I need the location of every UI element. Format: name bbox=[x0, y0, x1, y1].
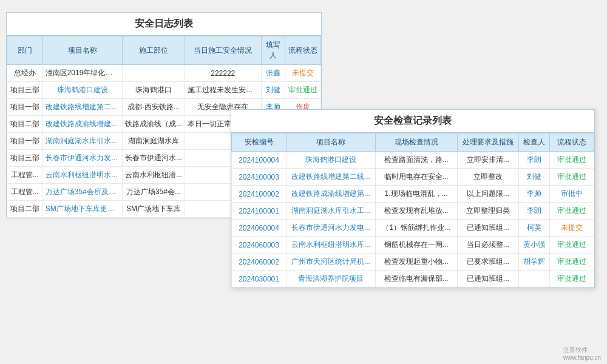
right-cell-check: （1）钢筋绑扎作业... bbox=[375, 220, 457, 237]
right-table-row: 2024100004珠海鹤港口建设检查路面清洗，路...立即安排清...李朗审批… bbox=[232, 152, 594, 169]
left-cell-dept: 项目二部 bbox=[7, 201, 43, 218]
right-cell-handle: 已要求班组... bbox=[457, 254, 518, 271]
right-cell-status: 审批通过 bbox=[549, 237, 594, 254]
right-cell-handle: 立即整理归类 bbox=[457, 203, 518, 220]
right-cell-check: 1.现场临电混乱，... bbox=[375, 186, 457, 203]
left-cell-dept: 项目一部 bbox=[7, 99, 43, 116]
left-cell-status: 审批通过 bbox=[285, 82, 321, 99]
left-cell-project[interactable]: SM广场地下车库更换摄... bbox=[42, 201, 122, 218]
left-cell-project: 潼南区2019年绿化补贴项... bbox=[42, 65, 122, 82]
right-table-row: 2024060004长春市伊通河水力发电...（1）钢筋绑扎作业...已通知班组… bbox=[232, 220, 594, 237]
right-cell-project[interactable]: 改建铁路线增建第二线... bbox=[287, 169, 375, 186]
left-cell-project[interactable]: 改建铁路成渝线增建第二... bbox=[42, 116, 122, 133]
right-cell-id[interactable]: 2024100004 bbox=[232, 152, 287, 169]
right-table-row: 2024060002广州市天河区统计局机...检查发现起重小物...已要求班组.… bbox=[232, 254, 594, 271]
watermark: 泛普软件 www.fanpu.cn bbox=[563, 346, 601, 361]
left-cell-site: SM广场地下车库 bbox=[122, 201, 185, 218]
right-cell-check: 检查发现有乱堆放... bbox=[375, 203, 457, 220]
watermark-line2: www.fanpu.cn bbox=[563, 354, 601, 361]
right-cell-status: 审批通过 bbox=[549, 152, 594, 169]
left-cell-status: 未提交 bbox=[285, 65, 321, 82]
left-cell-project[interactable]: 万达广场35#会所及咖啡... bbox=[42, 184, 122, 201]
left-table-row: 总经办潼南区2019年绿化补贴项...222222张鑫未提交 bbox=[7, 65, 321, 82]
right-cell-project[interactable]: 改建铁路成渝线增建第... bbox=[287, 186, 375, 203]
left-header-flow: 流程状态 bbox=[285, 36, 321, 65]
right-cell-inspector: 刘健 bbox=[519, 169, 550, 186]
left-cell-writer: 刘健 bbox=[261, 82, 285, 99]
right-cell-check: 临时用电存在安全... bbox=[375, 169, 457, 186]
right-cell-check: 检查发现起重小物... bbox=[375, 254, 457, 271]
right-header-handle: 处理要求及措施 bbox=[457, 133, 518, 152]
right-cell-inspector: 黄小强 bbox=[519, 237, 550, 254]
left-cell-project[interactable]: 改建铁路线增建第二线直... bbox=[42, 99, 122, 116]
right-cell-handle: 已通知班组... bbox=[457, 271, 518, 288]
left-cell-site: 云南水利枢纽潜... bbox=[122, 167, 185, 184]
right-cell-id[interactable]: 2024060002 bbox=[232, 254, 287, 271]
left-cell-dept: 项目一部 bbox=[7, 133, 43, 150]
right-table-row: 2024100003改建铁路线增建第二线...临时用电存在安全...立即整改刘健… bbox=[232, 169, 594, 186]
left-table-header: 部门 项目名称 施工部位 当日施工安全情况 填写人 流程状态 bbox=[7, 36, 321, 65]
left-cell-project[interactable]: 云南水利枢纽潜明水库一... bbox=[42, 167, 122, 184]
left-header-site: 施工部位 bbox=[122, 36, 185, 65]
right-cell-project[interactable]: 青海洪湖养护院项目 bbox=[287, 271, 375, 288]
right-cell-check: 检查路面清洗，路... bbox=[375, 152, 457, 169]
right-cell-handle: 立即安排清... bbox=[457, 152, 518, 169]
right-header-check: 现场检查情况 bbox=[375, 133, 457, 152]
right-table: 安检编号 项目名称 现场检查情况 处理要求及措施 检查人 流程状态 202410… bbox=[231, 133, 594, 288]
right-cell-inspector: 胡学辉 bbox=[519, 254, 550, 271]
right-table-row: 2024060003云南水利枢纽潜明水库...钢筋机械存在一闸...当日必须整.… bbox=[232, 237, 594, 254]
right-cell-handle: 立即整改 bbox=[457, 169, 518, 186]
right-cell-id[interactable]: 2024100002 bbox=[232, 186, 287, 203]
right-cell-status: 审批通过 bbox=[549, 271, 594, 288]
right-header-inspector: 检查人 bbox=[519, 133, 550, 152]
right-cell-id[interactable]: 2024060003 bbox=[232, 237, 287, 254]
left-cell-dept: 项目三部 bbox=[7, 82, 43, 99]
right-cell-id[interactable]: 2024100003 bbox=[232, 169, 287, 186]
left-cell-project[interactable]: 珠海鹤港口建设 bbox=[42, 82, 122, 99]
left-cell-site: 珠海鹤港口 bbox=[122, 82, 185, 99]
right-header-flow: 流程状态 bbox=[549, 133, 594, 152]
right-table-row: 2024100002改建铁路成渝线增建第...1.现场临电混乱，...以上问题限… bbox=[232, 186, 594, 203]
left-cell-site: 湖南洞庭湖水库 bbox=[122, 133, 185, 150]
left-cell-safety: 施工过程未发生安全事故... bbox=[185, 82, 261, 99]
left-header-safety: 当日施工安全情况 bbox=[185, 36, 261, 65]
right-cell-id[interactable]: 2024060004 bbox=[232, 220, 287, 237]
right-header-id: 安检编号 bbox=[232, 133, 287, 152]
right-cell-project[interactable]: 长春市伊通河水力发电... bbox=[287, 220, 375, 237]
right-cell-status: 审批通过 bbox=[549, 254, 594, 271]
right-header-project: 项目名称 bbox=[287, 133, 375, 152]
right-cell-check: 检查临电有漏保部... bbox=[375, 271, 457, 288]
right-cell-check: 钢筋机械存在一闸... bbox=[375, 237, 457, 254]
right-cell-id[interactable]: 2024100001 bbox=[232, 203, 287, 220]
right-cell-status: 审批通过 bbox=[549, 203, 594, 220]
left-cell-project[interactable]: 长春市伊通河水力发电厂... bbox=[42, 150, 122, 167]
left-cell-dept: 项目三部 bbox=[7, 150, 43, 167]
right-table-row: 2024100001湖南洞庭湖水库引水工...检查发现有乱堆放...立即整理归类… bbox=[232, 203, 594, 220]
right-cell-inspector: 李朗 bbox=[519, 152, 550, 169]
right-cell-project[interactable]: 广州市天河区统计局机... bbox=[287, 254, 375, 271]
left-cell-safety: 222222 bbox=[185, 65, 261, 82]
right-cell-project[interactable]: 云南水利枢纽潜明水库... bbox=[287, 237, 375, 254]
left-cell-site: 铁路成渝线（成... bbox=[122, 116, 185, 133]
left-cell-dept: 工程管... bbox=[7, 184, 43, 201]
left-cell-site: 成都-西安铁路... bbox=[122, 99, 185, 116]
left-cell-site bbox=[122, 65, 185, 82]
left-table-row: 项目三部珠海鹤港口建设珠海鹤港口施工过程未发生安全事故...刘健审批通过 bbox=[7, 82, 321, 99]
left-header-project: 项目名称 bbox=[42, 36, 122, 65]
right-cell-project[interactable]: 珠海鹤港口建设 bbox=[287, 152, 375, 169]
right-cell-id[interactable]: 2024030001 bbox=[232, 271, 287, 288]
left-cell-project[interactable]: 湖南洞庭湖水库引水工程... bbox=[42, 133, 122, 150]
right-cell-handle: 当日必须整... bbox=[457, 237, 518, 254]
left-cell-dept: 总经办 bbox=[7, 65, 43, 82]
right-panel-title: 安全检查记录列表 bbox=[231, 110, 594, 133]
left-cell-site: 万达广场35#会... bbox=[122, 184, 185, 201]
right-cell-handle: 已通知班组... bbox=[457, 220, 518, 237]
right-cell-inspector: 柯芙 bbox=[519, 220, 550, 237]
right-cell-inspector bbox=[519, 271, 550, 288]
right-cell-handle: 以上问题限... bbox=[457, 186, 518, 203]
right-table-header: 安检编号 项目名称 现场检查情况 处理要求及措施 检查人 流程状态 bbox=[232, 133, 594, 152]
right-table-row: 2024030001青海洪湖养护院项目检查临电有漏保部...已通知班组...审批… bbox=[232, 271, 594, 288]
right-panel: 安全检查记录列表 安检编号 项目名称 现场检查情况 处理要求及措施 检查人 流程… bbox=[231, 109, 595, 288]
right-cell-status: 审批通过 bbox=[549, 169, 594, 186]
right-cell-project[interactable]: 湖南洞庭湖水库引水工... bbox=[287, 203, 375, 220]
